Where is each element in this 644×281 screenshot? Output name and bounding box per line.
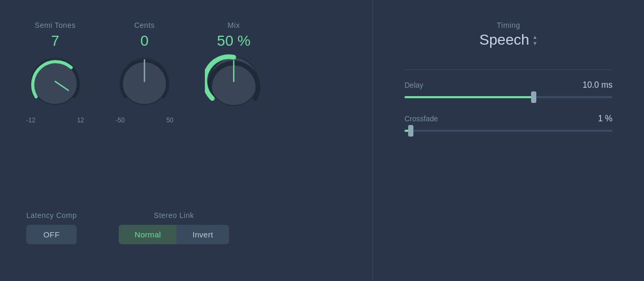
crossfade-thumb[interactable] bbox=[408, 125, 413, 137]
knobs-row: Semi Tones 7 -12 12 Ce bbox=[26, 21, 346, 124]
left-panel: Semi Tones 7 -12 12 Ce bbox=[0, 0, 373, 281]
timing-selector[interactable]: Speech ▲ ▼ bbox=[480, 32, 538, 48]
timing-arrows-icon: ▲ ▼ bbox=[533, 34, 538, 46]
timing-value-text: Speech bbox=[480, 32, 529, 48]
latency-comp-group: Latency Comp OFF bbox=[26, 211, 77, 244]
crossfade-slider[interactable] bbox=[404, 130, 612, 132]
mix-knob[interactable] bbox=[205, 53, 263, 110]
crossfade-label: Crossfade bbox=[404, 115, 438, 123]
right-panel: Timing Speech ▲ ▼ Delay 10.0 ms Crossfad… bbox=[373, 0, 644, 281]
crossfade-value: 1 % bbox=[598, 114, 612, 123]
delay-thumb[interactable] bbox=[531, 91, 536, 103]
stereo-link-label: Stereo Link bbox=[119, 211, 228, 220]
delay-section: Delay 10.0 ms bbox=[404, 80, 612, 98]
cents-range: -50 50 bbox=[116, 117, 173, 124]
semi-tones-range: -12 12 bbox=[26, 117, 84, 124]
semi-tones-value: 7 bbox=[51, 34, 59, 48]
cents-value: 0 bbox=[140, 34, 149, 48]
crossfade-section: Crossfade 1 % bbox=[404, 114, 612, 132]
semi-tones-label: Semi Tones bbox=[35, 21, 76, 29]
delay-fill bbox=[404, 96, 534, 98]
timing-section: Timing Speech ▲ ▼ bbox=[404, 21, 612, 48]
latency-comp-label: Latency Comp bbox=[26, 211, 77, 220]
cents-knob-container: Cents 0 -50 50 bbox=[116, 21, 173, 124]
mix-label: Mix bbox=[227, 21, 240, 29]
stereo-normal-button[interactable]: Normal bbox=[119, 225, 176, 244]
semi-tones-knob[interactable] bbox=[26, 53, 84, 110]
stereo-link-group: Stereo Link Normal Invert bbox=[119, 211, 228, 244]
delay-label: Delay bbox=[404, 81, 423, 89]
crossfade-header: Crossfade 1 % bbox=[404, 114, 612, 123]
stereo-link-buttons: Normal Invert bbox=[119, 225, 228, 244]
mix-value: 50 % bbox=[217, 34, 251, 48]
delay-slider[interactable] bbox=[404, 96, 612, 98]
semi-tones-knob-container: Semi Tones 7 -12 12 bbox=[26, 21, 84, 124]
cents-label: Cents bbox=[134, 21, 154, 29]
cents-knob[interactable] bbox=[116, 53, 173, 110]
stereo-invert-button[interactable]: Invert bbox=[176, 225, 228, 244]
mix-knob-container: Mix 50 % bbox=[205, 21, 263, 110]
bottom-row: Latency Comp OFF Stereo Link Normal Inve… bbox=[26, 211, 346, 260]
latency-comp-button[interactable]: OFF bbox=[26, 225, 77, 244]
timing-label: Timing bbox=[497, 21, 521, 29]
delay-value: 10.0 ms bbox=[583, 80, 612, 90]
delay-header: Delay 10.0 ms bbox=[404, 80, 612, 90]
